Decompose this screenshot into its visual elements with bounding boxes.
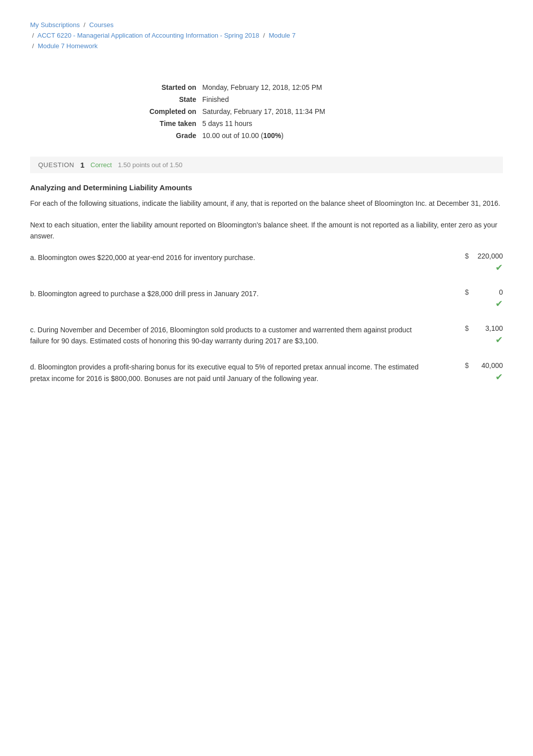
question-label: QUESTION <box>38 161 74 169</box>
answer-text-d: d. Bloomington provides a profit-sharing… <box>30 361 443 384</box>
breadcrumb-homework[interactable]: Module 7 Homework <box>38 42 97 50</box>
answer-item-a: a. Bloomington owes $220,000 at year-end… <box>30 252 503 278</box>
dollar-b: $ <box>465 288 469 296</box>
answer-right-c: $ 3,100 ✔ <box>443 324 503 345</box>
amount-c: 3,100 <box>473 324 503 332</box>
breadcrumb-my-subscriptions[interactable]: My Subscriptions <box>30 21 80 29</box>
answer-item-b: b. Bloomington agreed to purchase a $28,… <box>30 288 503 314</box>
grade-label: Grade <box>116 132 196 140</box>
sep-3: / <box>263 32 265 39</box>
question-body1: For each of the following situations, in… <box>30 198 503 209</box>
time-taken-label: Time taken <box>116 119 196 128</box>
question-content: Analyzing and Determining Liability Amou… <box>30 183 503 389</box>
answer-right-b: $ 0 ✔ <box>443 288 503 309</box>
sep-1: / <box>84 21 86 29</box>
sep-4: / <box>32 42 34 50</box>
answer-item-d: d. Bloomington provides a profit-sharing… <box>30 361 503 389</box>
info-row-started: Started on Monday, February 12, 2018, 12… <box>116 81 417 93</box>
time-taken-value: 5 days 11 hours <box>202 119 252 128</box>
completed-on-value: Saturday, February 17, 2018, 11:34 PM <box>202 107 325 115</box>
breadcrumb: My Subscriptions / Courses / ACCT 6220 -… <box>30 20 503 51</box>
answer-amount-a: $ 220,000 <box>465 252 503 260</box>
amount-a: 220,000 <box>473 252 503 260</box>
amount-d: 40,000 <box>473 361 503 369</box>
started-on-label: Started on <box>116 83 196 91</box>
info-row-state: State Finished <box>116 93 417 105</box>
sep-2: / <box>32 32 34 39</box>
answer-amount-b: $ 0 <box>465 288 503 296</box>
state-label: State <box>116 95 196 103</box>
answer-items: a. Bloomington owes $220,000 at year-end… <box>30 252 503 390</box>
info-table: Started on Monday, February 12, 2018, 12… <box>116 81 417 142</box>
question-points: 1.50 points out of 1.50 <box>118 161 183 169</box>
question-title: Analyzing and Determining Liability Amou… <box>30 183 503 192</box>
answer-amount-d: $ 40,000 <box>465 361 503 369</box>
info-row-time: Time taken 5 days 11 hours <box>116 117 417 130</box>
question-body2: Next to each situation, enter the liabil… <box>30 219 503 242</box>
page-wrapper: My Subscriptions / Courses / ACCT 6220 -… <box>0 0 533 419</box>
check-icon-a: ✔ <box>495 262 503 273</box>
question-header: QUESTION 1 Correct 1.50 points out of 1.… <box>30 157 503 173</box>
started-on-value: Monday, February 12, 2018, 12:05 PM <box>202 83 322 91</box>
grade-value: 10.00 out of 10.00 (100%) <box>202 132 284 140</box>
dollar-d: $ <box>465 361 469 369</box>
breadcrumb-course[interactable]: ACCT 6220 - Managerial Application of Ac… <box>38 32 259 39</box>
check-icon-d: ✔ <box>495 371 503 383</box>
answer-right-d: $ 40,000 ✔ <box>443 361 503 383</box>
completed-on-label: Completed on <box>116 107 196 115</box>
check-icon-b: ✔ <box>495 298 503 309</box>
answer-amount-c: $ 3,100 <box>465 324 503 332</box>
answer-right-a: $ 220,000 ✔ <box>443 252 503 273</box>
answer-text-a: a. Bloomington owes $220,000 at year-end… <box>30 252 443 263</box>
info-row-grade: Grade 10.00 out of 10.00 (100%) <box>116 130 417 142</box>
info-row-completed: Completed on Saturday, February 17, 2018… <box>116 105 417 117</box>
state-value: Finished <box>202 95 229 103</box>
check-icon-c: ✔ <box>495 334 503 345</box>
answer-text-b: b. Bloomington agreed to purchase a $28,… <box>30 288 443 299</box>
dollar-a: $ <box>465 252 469 260</box>
dollar-c: $ <box>465 324 469 332</box>
breadcrumb-module7[interactable]: Module 7 <box>269 32 295 39</box>
answer-item-c: c. During November and December of 2016,… <box>30 324 503 352</box>
amount-b: 0 <box>473 288 503 296</box>
breadcrumb-courses[interactable]: Courses <box>89 21 113 29</box>
question-status: Correct <box>90 161 112 169</box>
question-number: 1 <box>80 161 84 169</box>
answer-text-c: c. During November and December of 2016,… <box>30 324 443 347</box>
